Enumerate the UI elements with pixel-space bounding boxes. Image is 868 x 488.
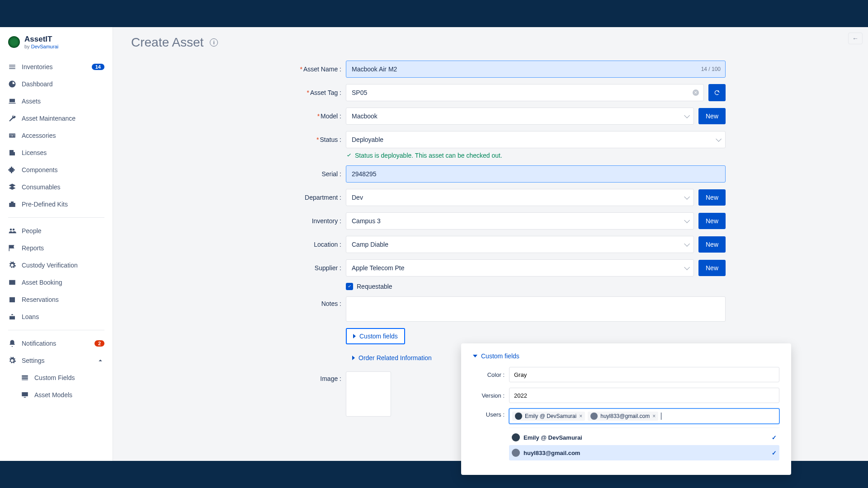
monitor-icon	[21, 391, 29, 399]
brand-title: AssetIT	[24, 35, 58, 44]
dashboard-icon	[8, 80, 16, 88]
sidebar-item-predefined-kits[interactable]: Pre-Defined Kits	[0, 196, 113, 213]
custom-fields-popup: Custom fields Color : Gray Version : 202…	[461, 343, 791, 475]
notes-textarea[interactable]	[346, 296, 726, 322]
sidebar-item-assets[interactable]: Assets	[0, 93, 113, 110]
sidebar: AssetIT by DevSamurai Inventories 14 Das…	[0, 27, 113, 461]
sidebar-item-inventories[interactable]: Inventories 14	[0, 58, 113, 75]
department-select[interactable]: Dev	[346, 189, 694, 206]
puzzle-icon	[8, 166, 16, 174]
inventories-icon	[8, 63, 16, 71]
color-label: Color :	[473, 371, 509, 378]
bell-icon	[8, 339, 16, 347]
requestable-checkbox[interactable]	[346, 283, 353, 290]
new-supplier-button[interactable]: New	[698, 260, 726, 276]
user-chip: huyl833@gmail.com ×	[588, 412, 658, 421]
sidebar-item-asset-booking[interactable]: Asset Booking	[0, 274, 113, 291]
sidebar-item-accessories[interactable]: Accessories	[0, 127, 113, 144]
avatar-icon	[512, 449, 520, 457]
sidebar-item-consumables[interactable]: Consumables	[0, 178, 113, 196]
loans-icon	[8, 313, 16, 321]
supplier-select[interactable]: Apple Telecom Pte	[346, 259, 694, 277]
new-location-button[interactable]: New	[698, 236, 726, 253]
custom-fields-toggle[interactable]: Custom fields	[346, 328, 405, 344]
version-label: Version :	[473, 392, 509, 399]
sidebar-item-people[interactable]: People	[0, 222, 113, 239]
avatar-icon	[515, 413, 522, 420]
brand-vendor-link[interactable]: DevSamurai	[31, 44, 59, 49]
flag-icon	[8, 244, 16, 252]
dropdown-option[interactable]: huyl833@gmail.com ✓	[509, 445, 779, 460]
status-select[interactable]: Deployable	[346, 131, 726, 148]
inventory-select[interactable]: Campus 3	[346, 212, 694, 230]
order-info-toggle[interactable]: Order Related Information	[346, 351, 438, 365]
sidebar-item-notifications[interactable]: Notifications 2	[0, 335, 113, 352]
sidebar-item-custom-fields[interactable]: Custom Fields	[0, 369, 113, 386]
users-label: Users :	[473, 408, 509, 418]
sidebar-item-label: Notifications	[22, 340, 89, 347]
sidebar-item-label: Dashboard	[22, 80, 104, 88]
color-input[interactable]: Gray	[509, 367, 779, 382]
check-icon: ✓	[772, 450, 777, 456]
sidebar-item-asset-maintenance[interactable]: Asset Maintenance	[0, 110, 113, 127]
users-multiselect[interactable]: Emily @ DevSamurai × huyl833@gmail.com ×	[509, 408, 779, 424]
sidebar-item-licenses[interactable]: Licenses	[0, 144, 113, 161]
sidebar-item-dashboard[interactable]: Dashboard	[0, 75, 113, 93]
version-input[interactable]: 2022	[509, 388, 779, 403]
avatar-icon	[590, 413, 598, 420]
stack-icon	[8, 183, 16, 191]
asset-name-input[interactable]: 14 / 100	[346, 61, 726, 78]
serial-label: Serial :	[255, 170, 346, 178]
new-model-button[interactable]: New	[698, 108, 726, 124]
sidebar-item-custody-verification[interactable]: Custody Verification	[0, 257, 113, 274]
clear-icon[interactable]: ✕	[693, 89, 699, 96]
refresh-tag-button[interactable]	[708, 84, 726, 101]
sidebar-item-components[interactable]: Components	[0, 161, 113, 178]
fields-icon	[21, 374, 29, 382]
sidebar-item-label: Settings	[22, 357, 91, 364]
sidebar-item-reports[interactable]: Reports	[0, 239, 113, 257]
char-counter: 14 / 100	[701, 66, 721, 72]
sidebar-item-label: Asset Maintenance	[22, 115, 104, 122]
sidebar-item-label: Pre-Defined Kits	[22, 201, 104, 208]
booking-icon	[8, 278, 16, 286]
new-inventory-button[interactable]: New	[698, 213, 726, 229]
requestable-label: Requestable	[357, 283, 392, 290]
chip-remove-icon[interactable]: ×	[579, 413, 582, 419]
sidebar-item-label: Reports	[22, 244, 104, 252]
dropdown-option[interactable]: Emily @ DevSamurai ✓	[509, 430, 779, 445]
asset-tag-input[interactable]: ✕	[346, 84, 704, 101]
back-button[interactable]: ←	[848, 33, 863, 44]
inventories-badge: 14	[92, 64, 104, 70]
sidebar-item-reservations[interactable]: Reservations	[0, 291, 113, 308]
sidebar-item-label: Loans	[22, 313, 104, 320]
sidebar-item-settings[interactable]: Settings	[0, 352, 113, 369]
sidebar-item-label: People	[22, 227, 104, 235]
sidebar-item-asset-models[interactable]: Asset Models	[0, 386, 113, 404]
sidebar-item-loans[interactable]: Loans	[0, 308, 113, 325]
sidebar-item-label: Reservations	[22, 296, 104, 303]
gear-icon	[8, 261, 16, 269]
status-label: *Status :	[255, 136, 346, 143]
laptop-icon	[8, 97, 16, 105]
location-select[interactable]: Camp Diable	[346, 236, 694, 253]
new-department-button[interactable]: New	[698, 189, 726, 206]
status-message: Status is deployable. This asset can be …	[255, 152, 726, 159]
model-select[interactable]: Macbook	[346, 108, 694, 125]
toolbox-icon	[8, 200, 16, 208]
asset-tag-label: *Asset Tag :	[255, 89, 346, 96]
caret-down-icon	[473, 355, 477, 357]
popup-title[interactable]: Custom fields	[473, 352, 779, 360]
license-icon	[8, 149, 16, 157]
chip-remove-icon[interactable]: ×	[652, 413, 656, 419]
brand-subtitle: by DevSamurai	[24, 44, 58, 49]
caret-right-icon	[353, 334, 356, 338]
wrench-icon	[8, 114, 16, 122]
info-icon[interactable]: i	[210, 38, 218, 47]
chevron-up-icon	[96, 357, 104, 365]
people-icon	[8, 227, 16, 235]
page-title: Create Asset i	[131, 35, 850, 50]
image-upload[interactable]	[346, 371, 391, 417]
serial-input[interactable]	[346, 165, 726, 183]
check-icon	[346, 152, 352, 159]
